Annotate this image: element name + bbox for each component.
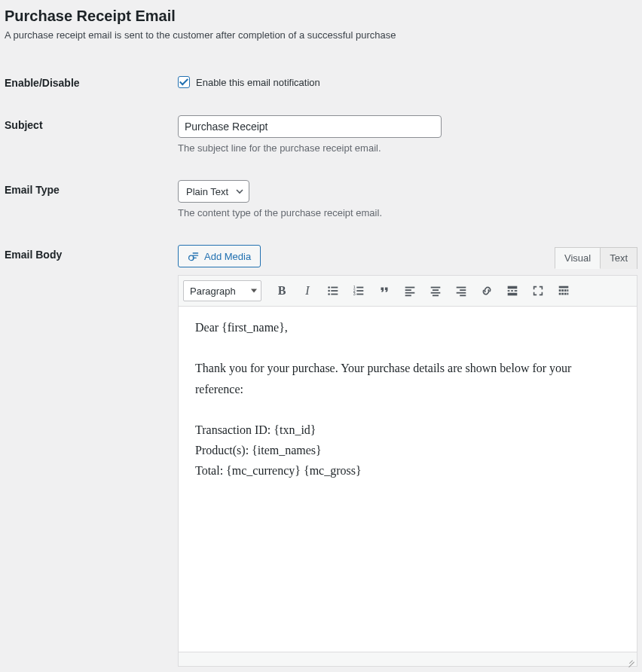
editor-toolbar: Paragraph B I 123 — [179, 276, 637, 307]
svg-point-3 — [328, 293, 330, 295]
align-left-button[interactable] — [399, 280, 421, 301]
bold-button[interactable]: B — [271, 280, 293, 301]
svg-rect-12 — [356, 294, 363, 295]
read-more-button[interactable] — [501, 280, 524, 301]
svg-rect-36 — [561, 293, 564, 295]
italic-button[interactable]: I — [296, 280, 319, 301]
svg-point-1 — [328, 286, 330, 289]
svg-rect-14 — [405, 289, 411, 291]
svg-rect-10 — [356, 287, 363, 289]
enable-checkbox[interactable] — [178, 76, 190, 88]
svg-rect-13 — [405, 287, 415, 289]
page-description: A purchase receipt email is sent to the … — [5, 29, 637, 41]
svg-rect-5 — [331, 290, 338, 292]
svg-rect-18 — [433, 289, 439, 291]
enable-label: Enable/Disable — [5, 62, 178, 104]
tab-visual[interactable]: Visual — [555, 247, 601, 269]
svg-rect-38 — [567, 293, 569, 295]
svg-rect-27 — [511, 290, 513, 292]
page-title: Purchase Receipt Email — [5, 8, 637, 25]
svg-rect-11 — [356, 290, 363, 292]
svg-rect-35 — [559, 293, 561, 295]
align-right-button[interactable] — [450, 280, 472, 301]
svg-rect-26 — [508, 290, 510, 292]
enable-checkbox-label: Enable this email notification — [196, 77, 320, 88]
email-type-label: Email Type — [5, 169, 178, 234]
svg-rect-19 — [431, 292, 441, 294]
subject-label: Subject — [5, 104, 178, 169]
bulleted-list-button[interactable] — [322, 280, 344, 301]
email-body-label: Email Body — [5, 234, 178, 672]
svg-rect-29 — [508, 293, 518, 296]
link-button[interactable] — [475, 280, 498, 301]
align-center-button[interactable] — [424, 280, 447, 301]
svg-rect-24 — [460, 295, 466, 296]
tab-text[interactable]: Text — [601, 247, 637, 269]
svg-rect-4 — [331, 287, 338, 289]
media-icon — [188, 250, 200, 262]
svg-rect-32 — [561, 289, 564, 292]
blockquote-button[interactable] — [373, 280, 396, 301]
svg-rect-6 — [331, 294, 338, 295]
toolbar-toggle-button[interactable] — [552, 280, 575, 301]
svg-rect-34 — [567, 289, 569, 292]
fullscreen-button[interactable] — [527, 280, 549, 301]
svg-rect-30 — [559, 286, 569, 289]
svg-rect-28 — [515, 290, 518, 292]
svg-rect-33 — [564, 289, 567, 292]
svg-point-2 — [328, 290, 330, 292]
svg-rect-31 — [559, 289, 561, 292]
svg-rect-15 — [405, 292, 415, 294]
editor: Paragraph B I 123 — [178, 275, 637, 667]
svg-rect-17 — [431, 287, 441, 289]
svg-rect-22 — [460, 289, 466, 291]
resize-grip-icon[interactable] — [625, 655, 634, 664]
svg-rect-16 — [405, 295, 411, 296]
svg-rect-20 — [433, 295, 439, 296]
subject-input[interactable] — [178, 115, 442, 138]
editor-resize-bar[interactable] — [179, 652, 637, 666]
format-select[interactable]: Paragraph — [183, 280, 261, 301]
svg-rect-37 — [564, 293, 567, 295]
add-media-button[interactable]: Add Media — [178, 245, 261, 267]
svg-rect-23 — [457, 292, 466, 294]
email-type-select[interactable]: Plain Text — [178, 180, 249, 203]
svg-rect-25 — [508, 286, 518, 289]
svg-text:3: 3 — [353, 292, 356, 296]
add-media-label: Add Media — [204, 251, 251, 262]
subject-help: The subject line for the purchase receip… — [178, 142, 637, 154]
email-type-help: The content type of the purchase receipt… — [178, 207, 637, 218]
svg-rect-21 — [457, 287, 466, 289]
numbered-list-button[interactable]: 123 — [347, 280, 370, 301]
email-body-editor[interactable]: Dear {first_name}, Thank you for your pu… — [179, 307, 637, 652]
